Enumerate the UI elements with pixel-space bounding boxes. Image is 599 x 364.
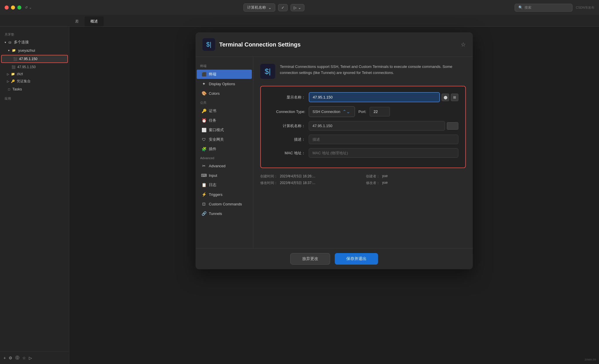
certificate-icon: 🔑 — [201, 108, 207, 114]
mac-row: MAC 地址： — [268, 148, 458, 158]
sidebar-item-zkzt[interactable]: ▷ 📁 zkzt — [0, 70, 69, 77]
search-icon: 🔍 — [518, 5, 523, 10]
nav-item-display-options[interactable]: ✦ Display Options — [197, 79, 252, 88]
cancel-button[interactable]: 放弃更改 — [290, 253, 330, 265]
nav-item-triggers[interactable]: ⚡ Triggers — [197, 190, 252, 199]
watermark: znwx.cn — [585, 358, 596, 361]
connection-type-select[interactable]: SSH Connection ⌃⌄ — [309, 106, 355, 117]
terminal-header-icon: $| — [206, 41, 211, 48]
tunnels-icon: 🔗 — [201, 211, 207, 216]
nav-item-window-mode[interactable]: ⬜ 窗口模式 — [197, 125, 252, 135]
terminal-icon-2: ⬛ — [12, 65, 16, 69]
mac-label: MAC 地址： — [268, 151, 305, 156]
panel-body: 终端 ⬛ 终端 ✦ Display Options 🎨 Colors 公共 — [196, 57, 473, 248]
close-button[interactable] — [5, 5, 9, 10]
description-row: 描述： — [268, 135, 458, 144]
display-name-input[interactable] — [309, 92, 440, 102]
nav-item-advanced[interactable]: ✂ Advanced — [197, 161, 252, 170]
titlebar-center: 计算机名称 ⌄ ✓ ▷ ⌄ — [37, 3, 511, 12]
hostname-input[interactable] — [309, 121, 445, 131]
form-area: 显示名称： ⬤ ⊞ Connection Type: SSH Conne — [260, 86, 466, 168]
chevron-down-icon: ▾ — [5, 41, 6, 44]
check-button[interactable]: ✓ — [278, 4, 288, 11]
main-layout: 月牙垫 ▾ 🗂 多个连接 ▾ 📁 yueyazhui ⬛ 47.95.1.150… — [0, 27, 599, 364]
nav-item-colors[interactable]: 🎨 Colors — [197, 89, 252, 98]
meta-info: 创建时间： 2023年4月5日 16:26:... 创建者： yue 修改时间：… — [260, 174, 466, 185]
save-button[interactable]: 保存并退出 — [335, 253, 378, 265]
titlebar-right: CSDN等发布 — [576, 5, 594, 10]
nav-item-gateway[interactable]: 🛡 安全网关 — [197, 135, 252, 144]
description-input[interactable] — [309, 135, 458, 144]
hostname-input-group — [309, 121, 458, 131]
apps-section-label: 应用 — [0, 93, 69, 102]
search-bar[interactable]: 🔍 搜索 — [515, 4, 572, 12]
advanced-section-label: Advanced — [196, 154, 253, 161]
chevron-down-icon-2: ▾ — [8, 49, 10, 52]
window-mode-icon: ⬜ — [201, 127, 207, 133]
hostname-extra-btn[interactable] — [447, 122, 458, 130]
play-dropdown[interactable]: ▷ ⌄ — [291, 4, 304, 11]
nav-item-terminal[interactable]: ⬛ 终端 — [197, 70, 252, 79]
key-icon: 🔑 — [11, 79, 15, 83]
nav-item-custom-commands[interactable]: ⊡ Custom Commands — [197, 199, 252, 209]
settings-button[interactable]: ⚙ — [9, 356, 12, 360]
sidebar: 月牙垫 ▾ 🗂 多个连接 ▾ 📁 yueyazhui ⬛ 47.95.1.150… — [0, 27, 69, 364]
terminal-icon: ⬛ — [13, 57, 17, 61]
connection-type-row: Connection Type: SSH Connection ⌃⌄ Port: — [268, 106, 458, 117]
connection-type-label: Connection Type: — [268, 109, 305, 114]
port-input[interactable] — [370, 107, 390, 116]
nav-item-plugins[interactable]: 🧩 插件 — [197, 144, 252, 154]
plugins-icon: 🧩 — [201, 146, 207, 152]
computer-name-dropdown[interactable]: 计算机名称 ⌄ — [243, 3, 275, 12]
advanced-icon: ✂ — [201, 163, 207, 168]
mac-input[interactable] — [309, 148, 458, 158]
colors-icon: 🎨 — [201, 91, 207, 96]
grid-input-btn[interactable]: ⊞ — [451, 94, 458, 101]
sidebar-item-tasks[interactable]: □ Tasks — [0, 85, 69, 93]
chevron-right-icon: ▷ — [7, 73, 9, 76]
nav-item-certificate[interactable]: 🔑 证书 — [197, 106, 252, 116]
tab-overview[interactable]: 概述 — [85, 16, 104, 26]
circle-input-btn[interactable]: ⬤ — [442, 94, 449, 101]
display-name-label: 显示名称： — [268, 95, 305, 100]
display-options-icon: ✦ — [201, 81, 207, 86]
tab-diff[interactable]: 差 — [69, 16, 85, 26]
sidebar-item-credentials[interactable]: ▷ 🔑 凭证集合 — [0, 77, 69, 85]
meta-modified-time: 修改时间： 2023年4月5日 18:37:... — [260, 181, 360, 185]
run-button[interactable]: ▷ — [29, 356, 32, 360]
meta-created-by: 创建者： yue — [366, 174, 466, 179]
favorite-star-button[interactable]: ☆ — [461, 41, 466, 48]
traffic-lights — [5, 5, 21, 10]
meta-created-time: 创建时间： 2023年4月5日 16:26:... — [260, 174, 360, 179]
tasks-nav-icon: ⏰ — [201, 118, 207, 123]
hostname-row: 计算机名称： — [268, 121, 458, 131]
content-area: $| Terminal Connection Settings ☆ 终端 ⬛ 终… — [69, 27, 599, 364]
terminal-nav-icon: ⬛ — [201, 72, 207, 77]
folder-icon-2: 📁 — [12, 49, 16, 52]
meta-modified-by: 修改者： yue — [366, 181, 466, 185]
back-forward[interactable]: ↺⌄ — [25, 5, 34, 10]
minimize-button[interactable] — [11, 5, 15, 10]
nav-item-input[interactable]: ⌨ Input — [197, 171, 252, 180]
favorite-button[interactable]: ☆ — [22, 356, 26, 360]
tabbar: 差 概述 — [0, 15, 599, 27]
input-icon: ⌨ — [201, 173, 207, 178]
add-button[interactable]: + — [3, 356, 6, 360]
sidebar-item-user-group[interactable]: ▾ 📁 yueyazhui — [0, 47, 69, 54]
sidebar-item-ip-highlighted[interactable]: ⬛ 47.95.1.150 — [1, 55, 68, 63]
circle-button[interactable]: ⓪ — [15, 355, 19, 361]
sidebar-root-label: 月牙垫 — [0, 30, 69, 38]
info-text: Terminal Connections support SSH, Telnet… — [280, 64, 466, 76]
panel-header-icon: $| — [202, 38, 215, 51]
sidebar-item-group[interactable]: ▾ 🗂 多个连接 — [0, 38, 69, 47]
select-chevron-icon: ⌃⌄ — [343, 109, 350, 114]
nav-item-log[interactable]: 📋 日志 — [197, 180, 252, 190]
display-name-input-group: ⬤ ⊞ — [309, 92, 458, 102]
sidebar-item-ip-secondary[interactable]: ⬛ 47.95.1.150 — [0, 64, 69, 70]
custom-commands-icon: ⊡ — [201, 201, 207, 207]
panel-content: $| Terminal Connections support SSH, Tel… — [253, 57, 473, 248]
maximize-button[interactable] — [17, 5, 21, 10]
info-box: $| Terminal Connections support SSH, Tel… — [260, 64, 466, 79]
nav-item-tasks[interactable]: ⏰ 任务 — [197, 116, 252, 125]
nav-item-tunnels[interactable]: 🔗 Tunnels — [197, 209, 252, 218]
